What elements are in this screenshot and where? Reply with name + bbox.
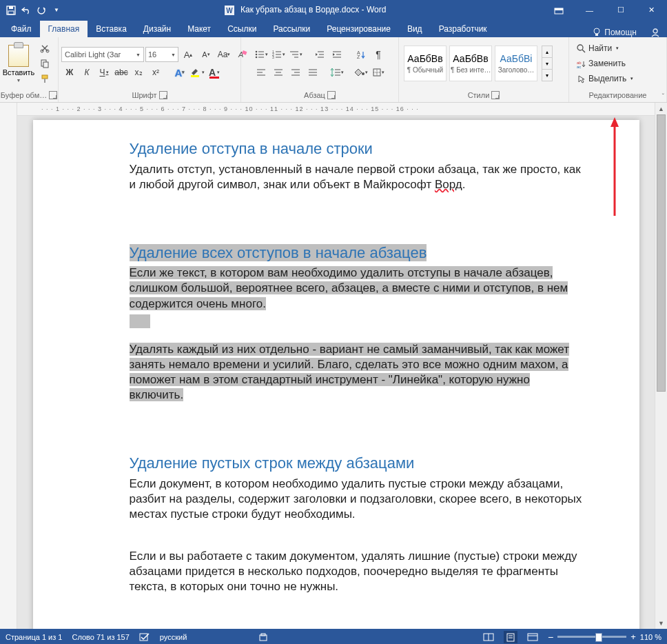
scroll-thumb[interactable]	[657, 114, 666, 392]
show-marks-icon[interactable]: ¶	[371, 47, 386, 62]
tab-home[interactable]: Главная	[40, 21, 88, 37]
print-layout-icon[interactable]	[504, 631, 517, 643]
increase-indent-icon[interactable]	[329, 47, 345, 62]
paste-button[interactable]: Вставить ▼	[3, 45, 34, 83]
qat-customize-icon[interactable]: ▼	[51, 5, 62, 16]
window-controls: — ☐ ✕	[543, 0, 667, 20]
paragraph-selected[interactable]: Если же текст, в котором вам необходимо …	[130, 265, 584, 311]
vertical-scrollbar[interactable]: ▲ ▼	[655, 103, 667, 629]
multilevel-list-icon[interactable]: ▾	[288, 47, 303, 62]
copy-icon[interactable]	[37, 56, 52, 71]
zoom-slider[interactable]	[557, 636, 626, 638]
maximize-button[interactable]: ☐	[605, 0, 636, 20]
svg-rect-9	[595, 34, 598, 36]
superscript-button[interactable]: x²	[148, 65, 163, 80]
text-effects-icon[interactable]: A▾	[172, 65, 187, 80]
tab-developer[interactable]: Разработчик	[431, 21, 495, 37]
heading[interactable]: Удаление всех отступов в начале абзацев	[130, 243, 584, 263]
svg-point-58	[362, 72, 365, 75]
justify-icon[interactable]	[305, 65, 320, 80]
font-dialog-launcher[interactable]	[159, 91, 167, 99]
web-layout-icon[interactable]	[527, 632, 538, 642]
minimize-button[interactable]: —	[574, 0, 605, 20]
highlight-icon[interactable]: ▾	[189, 65, 205, 80]
save-icon[interactable]	[6, 5, 17, 16]
page[interactable]: Удаление отступа в начале строки Удалить…	[33, 120, 639, 629]
horizontal-ruler[interactable]: · · · 1 · · · 2 · · · 3 · · · 4 · · · 5 …	[17, 103, 655, 116]
vertical-ruler[interactable]	[0, 103, 17, 629]
tab-design[interactable]: Дизайн	[135, 21, 179, 37]
tab-references[interactable]: Ссылки	[219, 21, 265, 37]
grow-font-icon[interactable]: A▴	[181, 47, 196, 62]
heading[interactable]: Удаление отступа в начале строки	[130, 139, 584, 159]
status-words[interactable]: Слово 71 из 157	[72, 633, 129, 641]
status-language[interactable]: русский	[160, 633, 187, 641]
tab-view[interactable]: Вид	[399, 21, 431, 37]
styles-more-icon[interactable]: ▾	[542, 70, 553, 81]
style-normal[interactable]: АаБбВв¶ Обычный	[404, 46, 447, 81]
sort-icon[interactable]: AZ	[353, 47, 369, 62]
redo-icon[interactable]	[36, 5, 47, 16]
ribbon-display-icon[interactable]	[543, 0, 574, 20]
scroll-down-icon[interactable]: ▼	[655, 617, 667, 629]
heading[interactable]: Удаление пустых строк между абзацами	[130, 454, 584, 474]
svg-point-20	[256, 51, 258, 53]
italic-button[interactable]: К	[79, 65, 94, 80]
close-button[interactable]: ✕	[636, 0, 667, 20]
cut-icon[interactable]	[37, 41, 52, 56]
underline-button[interactable]: Ч▾	[96, 65, 112, 80]
format-painter-icon[interactable]	[37, 71, 52, 86]
tab-insert[interactable]: Вставка	[88, 21, 135, 37]
svg-rect-2	[8, 11, 14, 14]
tab-file[interactable]: Файл	[3, 21, 40, 37]
tell-me[interactable]: Помощн	[586, 28, 644, 37]
paragraph-dialog-launcher[interactable]	[327, 91, 336, 99]
font-color-icon[interactable]: A▾	[207, 65, 222, 80]
paragraph[interactable]: Если и вы работаете с таким документом, …	[130, 549, 584, 594]
subscript-button[interactable]: x₂	[131, 65, 146, 80]
line-spacing-icon[interactable]: ▾	[329, 65, 345, 80]
align-right-icon[interactable]	[288, 65, 303, 80]
styles-gallery-scroll[interactable]: ▴ ▾ ▾	[542, 46, 553, 81]
align-center-icon[interactable]	[271, 65, 286, 80]
undo-icon[interactable]	[21, 5, 32, 16]
paragraph-selected[interactable]: Удалять каждый из них отдельно - вариант…	[130, 342, 584, 403]
font-name-dropdown[interactable]: Calibri Light (Заг▼	[61, 47, 144, 62]
shading-icon[interactable]: ▾	[353, 65, 369, 80]
tab-mailings[interactable]: Рассылки	[265, 21, 318, 37]
paragraph[interactable]: Удалить отступ, установленный в начале п…	[130, 162, 584, 192]
tab-layout[interactable]: Макет	[179, 21, 219, 37]
decrease-indent-icon[interactable]	[312, 47, 327, 62]
zoom-out-button[interactable]: −	[548, 632, 553, 643]
zoom-in-button[interactable]: +	[630, 632, 636, 642]
numbering-icon[interactable]: 123▾	[271, 47, 286, 62]
zoom-level[interactable]: 110 %	[640, 633, 661, 641]
bold-button[interactable]: Ж	[62, 65, 77, 80]
borders-icon[interactable]: ▾	[371, 65, 386, 80]
spellcheck-icon[interactable]	[139, 632, 150, 642]
strikethrough-button[interactable]: abc	[114, 65, 129, 80]
word-icon: W	[225, 6, 234, 15]
shrink-font-icon[interactable]: A▾	[198, 47, 214, 62]
macro-record-icon[interactable]	[258, 632, 268, 642]
status-page[interactable]: Страница 1 из 1	[6, 633, 62, 641]
account-icon[interactable]	[644, 28, 667, 37]
clipboard-dialog-launcher[interactable]	[49, 91, 57, 99]
read-mode-icon[interactable]	[483, 632, 494, 642]
tab-review[interactable]: Рецензирование	[318, 21, 399, 37]
replace-button[interactable]: abacЗаменить	[577, 57, 633, 70]
find-button[interactable]: Найти▾	[577, 41, 633, 55]
style-heading1[interactable]: АаБбВіЗаголово…	[495, 46, 537, 81]
svg-point-21	[256, 54, 258, 56]
align-left-icon[interactable]	[254, 65, 269, 80]
styles-dialog-launcher[interactable]	[491, 91, 500, 99]
style-no-spacing[interactable]: АаБбВв¶ Без инте…	[449, 46, 492, 81]
change-case-icon[interactable]: Aa▾	[216, 47, 232, 62]
bullets-icon[interactable]: ▾	[254, 47, 269, 62]
collapse-ribbon-icon[interactable]: ˇ	[662, 93, 664, 101]
scroll-up-icon[interactable]: ▲	[655, 103, 667, 114]
select-button[interactable]: Выделить▾	[577, 72, 633, 85]
font-size-dropdown[interactable]: 16▼	[145, 47, 178, 62]
svg-text:Z: Z	[357, 54, 360, 59]
paragraph[interactable]: Если документ, в котором необходимо удал…	[130, 476, 584, 522]
